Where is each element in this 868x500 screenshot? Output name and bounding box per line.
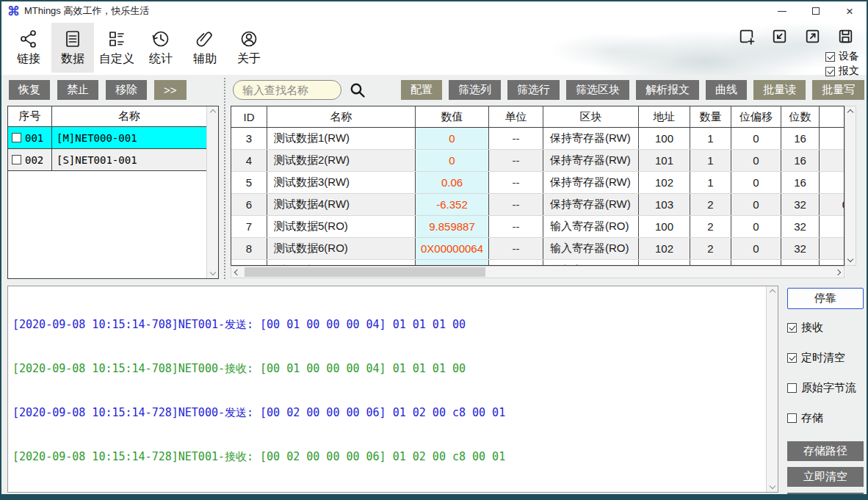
table-row[interactable]: 7 测试数据5(RO) 9.859887 -- 输入寄存器(RO) 100 2 …: [231, 216, 845, 238]
device-checkbox-box: [825, 52, 835, 62]
config-button[interactable]: 配置: [401, 80, 442, 100]
storage-path-button[interactable]: 存储路径: [787, 441, 864, 461]
receive-checkbox-box: [787, 323, 797, 333]
disable-button[interactable]: 禁止: [57, 80, 98, 100]
minimize-button[interactable]: [765, 1, 799, 21]
dock-button[interactable]: 停靠: [787, 288, 864, 309]
app-logo-icon: ⌘: [7, 5, 20, 18]
tab-data[interactable]: 数据: [51, 23, 94, 73]
checkbox-raw-bytes[interactable]: 原始字节流: [787, 381, 864, 395]
value-cell[interactable]: -6.352: [416, 194, 489, 215]
scroll-right-icon[interactable]: [835, 269, 841, 275]
toolbar: 链接 数据 自定义: [1, 21, 867, 75]
window-title: MThings 高效工作，快乐生活: [24, 4, 149, 18]
value-cell[interactable]: 9.859887: [416, 216, 489, 237]
parse-message-button[interactable]: 解析报文: [636, 80, 699, 100]
import-icon[interactable]: [770, 27, 789, 46]
device-row-master[interactable]: 001 [M]NET000-001: [8, 127, 206, 149]
curve-button[interactable]: 曲线: [706, 80, 747, 100]
titlebar[interactable]: ⌘ MThings 高效工作，快乐生活 ×: [1, 1, 867, 21]
history-clock-icon: [151, 29, 171, 49]
minimize-icon: [778, 11, 786, 12]
value-cell[interactable]: -: [416, 260, 489, 266]
value-cell[interactable]: 0: [416, 128, 489, 149]
device-table: 序号 名称 001 [M]NET000-001 002 [S]NET001-00…: [7, 106, 219, 279]
clear-now-button[interactable]: 立即清空: [787, 467, 864, 487]
batch-write-button[interactable]: 批量写: [812, 80, 864, 100]
checkbox-device[interactable]: 设备: [825, 50, 859, 63]
tab-links[interactable]: 链接: [7, 23, 50, 73]
table-row[interactable]: 8 测试数据6(RO) 0X00000064 -- 输入寄存器(RO) 102 …: [231, 238, 845, 260]
filter-links-button[interactable]: 筛选链接: [787, 493, 864, 500]
scrollbar-thumb[interactable]: [245, 267, 485, 277]
log-line: [2020-09-08 10:15:14-728]NET000-发送: [00 …: [12, 405, 778, 420]
data-table-header: ID 名称 数值 单位 区块 地址 数量 位偏移 位数 系数: [231, 106, 845, 128]
scroll-down-icon[interactable]: [769, 483, 775, 489]
custom-list-icon: [106, 29, 127, 49]
data-table-hscrollbar[interactable]: [231, 266, 845, 278]
batch-read-button[interactable]: 批量读: [753, 80, 806, 100]
log-line: [2020-09-08 10:15:14-708]NET001-发送: [00 …: [12, 317, 778, 332]
maximize-button[interactable]: [799, 1, 833, 21]
scroll-up-icon[interactable]: [209, 109, 215, 115]
document-icon: [62, 29, 83, 49]
checkbox-timed-clear[interactable]: 定时清空: [787, 351, 864, 365]
data-table-vscrollbar[interactable]: [845, 106, 856, 266]
table-row[interactable]: 5 测试数据3(RW) 0.06 -- 保持寄存器(RW) 102 1 0 16…: [231, 172, 845, 194]
scroll-up-icon[interactable]: [847, 109, 853, 115]
table-row[interactable]: 6 测试数据4(RW) -6.352 -- 保持寄存器(RW) 103 2 0 …: [231, 194, 845, 216]
row-checkbox[interactable]: [12, 155, 21, 164]
log-scrollbar[interactable]: [766, 286, 778, 492]
device-table-scrollbar[interactable]: [206, 106, 218, 278]
value-cell[interactable]: 0: [416, 150, 489, 171]
new-window-icon[interactable]: [737, 27, 756, 46]
app-window: ⌘ MThings 高效工作，快乐生活 × 链接 数据: [0, 0, 868, 500]
device-row-slave[interactable]: 002 [S]NET001-001: [8, 149, 206, 171]
filter-blocks-button[interactable]: 筛选区块: [566, 80, 629, 100]
device-table-header: 序号 名称: [8, 106, 206, 127]
search-icon[interactable]: [349, 81, 366, 99]
table-row[interactable]: 3 测试数据1(RW) 0 -- 保持寄存器(RW) 100 1 0 16: [231, 128, 845, 150]
scroll-down-icon[interactable]: [209, 269, 215, 275]
tab-statistics[interactable]: 统计: [140, 23, 182, 73]
checkbox-storage[interactable]: 存储: [787, 411, 864, 425]
panel-splitter[interactable]: [224, 78, 225, 279]
log-line: [2020-09-08 10:15:14-708]NET000-接收: [00 …: [12, 361, 778, 376]
user-icon: [239, 29, 259, 49]
table-row[interactable]: 4 测试数据2(RW) 0 -- 保持寄存器(RW) 101 1 0 16: [231, 150, 845, 172]
search-input[interactable]: [233, 80, 341, 100]
timed-clear-checkbox-box: [787, 353, 797, 363]
filter-columns-button[interactable]: 筛选列: [449, 80, 501, 100]
table-row-partial[interactable]: 9 测试数据7(RO) - -- 输入寄存器(RO) 104 2 0 32: [231, 260, 845, 266]
raw-bytes-checkbox-box: [787, 383, 797, 393]
scroll-left-icon[interactable]: [234, 269, 240, 275]
checkbox-receive[interactable]: 接收: [787, 321, 864, 335]
checkbox-message[interactable]: 报文: [825, 65, 859, 78]
expand-button[interactable]: >>: [154, 80, 187, 100]
storage-checkbox-box: [787, 413, 797, 423]
remove-button[interactable]: 移除: [106, 80, 147, 100]
tab-assist[interactable]: 辅助: [184, 23, 226, 73]
data-table: ID 名称 数值 单位 区块 地址 数量 位偏移 位数 系数 3 测试数据1(R…: [231, 106, 845, 266]
value-cell[interactable]: 0X00000064: [416, 238, 489, 259]
tab-custom[interactable]: 自定义: [95, 23, 138, 73]
log-line: [2020-09-08 10:15:14-728]NET001-接收: [00 …: [12, 449, 778, 464]
scroll-down-icon[interactable]: [847, 256, 853, 262]
value-cell[interactable]: 0.06: [416, 172, 489, 193]
tab-about[interactable]: 关于: [228, 23, 270, 73]
filter-rows-button[interactable]: 筛选行: [507, 80, 560, 100]
scroll-up-icon[interactable]: [769, 289, 775, 295]
close-icon: ×: [846, 5, 853, 18]
maximize-icon: [812, 7, 820, 15]
control-row: 恢复 禁止 移除 >> 配置 筛选列 筛选行 筛选区块 解析报文 曲线 批量读 …: [1, 75, 867, 105]
export-icon[interactable]: [803, 27, 822, 46]
restore-button[interactable]: 恢复: [9, 80, 50, 100]
message-checkbox-box: [825, 67, 835, 76]
share-nodes-icon: [18, 29, 39, 49]
row-checkbox[interactable]: [12, 133, 21, 142]
close-button[interactable]: ×: [833, 1, 867, 21]
paperclip-icon: [195, 29, 215, 49]
save-icon[interactable]: [836, 27, 855, 46]
log-output[interactable]: [2020-09-08 10:15:14-708]NET001-发送: [00 …: [7, 286, 778, 493]
log-controls: 停靠 接收 定时清空 原始字节流 存储 存储路径 立即清空 筛选链接: [787, 288, 864, 500]
